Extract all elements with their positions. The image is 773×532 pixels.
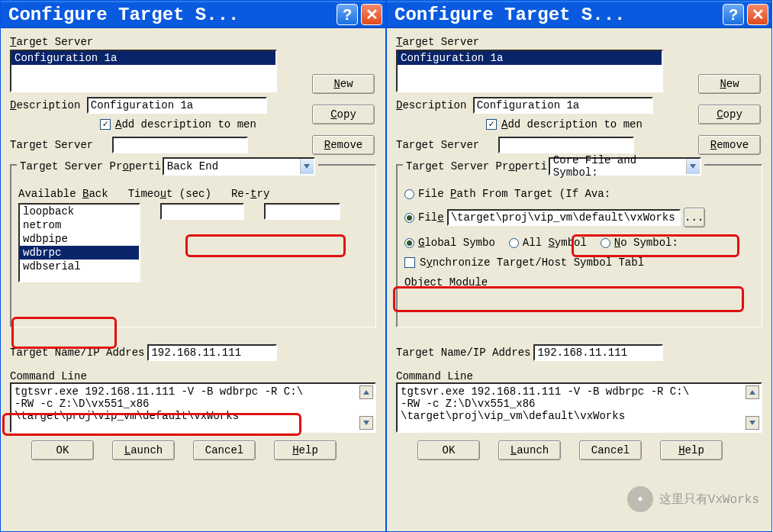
tsp-combo-value: Core File and Symbol: (553, 154, 686, 179)
window-title: Configure Target S... (395, 5, 720, 25)
browse-button[interactable]: ... (684, 208, 705, 227)
tsp-combo-value: Back End (167, 160, 218, 172)
file-from-target-label: File Path From Target (If Ava: (418, 188, 610, 200)
tsp-fieldset: Target Server Properti Core File and Sym… (396, 164, 762, 327)
ok-button[interactable]: OK (31, 440, 94, 460)
scroll-down-icon[interactable] (359, 416, 373, 430)
scroll-up-icon[interactable] (359, 385, 373, 399)
cancel-button[interactable]: Cancel (193, 440, 256, 460)
copy-button[interactable]: Copy (698, 105, 761, 124)
wechat-icon: ✦ (627, 486, 653, 512)
description-label: Description (10, 99, 87, 111)
add-desc-label: Add description to men (501, 118, 643, 131)
command-line-label: Command Line (396, 370, 762, 382)
retry-input[interactable] (264, 203, 340, 220)
tsp-combo[interactable]: Core File and Symbol: (549, 157, 701, 176)
watermark: ✦ 这里只有VxWorks (627, 486, 759, 512)
timeout-label: Timeout (sec) (128, 188, 211, 200)
config-listbox[interactable]: Configuration 1a (10, 50, 277, 92)
config-listbox[interactable]: Configuration 1a (396, 50, 663, 92)
new-button[interactable]: New (312, 74, 375, 94)
retry-label: Re-try (231, 188, 269, 200)
global-symbol-label: Global Symbo (418, 237, 495, 249)
no-symbol-label: No Symbol: (614, 237, 678, 249)
help-button[interactable]: Help (274, 440, 337, 460)
add-desc-label: Add description to men (115, 118, 256, 131)
radio-all-symbol[interactable] (509, 238, 519, 248)
object-module-label: Object Module (404, 276, 488, 289)
backend-item-wdbrpc[interactable]: wdbrpc (20, 246, 139, 260)
available-back-listbox[interactable]: loopback netrom wdbpipe wdbrpc wdbserial (18, 203, 140, 282)
backend-item-loopback[interactable]: loopback (20, 205, 139, 218)
description-input[interactable]: Configuration 1a (87, 97, 267, 114)
new-button[interactable]: New (698, 74, 761, 94)
available-back-label: Available Back (18, 188, 108, 200)
target-server-label: Target Server (396, 36, 762, 48)
description-input[interactable]: Configuration 1a (473, 97, 653, 114)
close-titlebar-button[interactable]: ✕ (747, 4, 768, 25)
launch-button[interactable]: Launch (112, 440, 175, 460)
command-line-label: Command Line (10, 370, 376, 382)
target-server-name-input[interactable] (112, 137, 248, 153)
watermark-text: 这里只有VxWorks (659, 492, 759, 508)
launch-button[interactable]: Launch (498, 440, 561, 460)
target-ip-label: Target Name/IP Addres (396, 347, 530, 359)
target-server-label: Target Server (10, 36, 376, 48)
sync-checkbox[interactable] (404, 257, 415, 268)
tsp-fieldset: Target Server Properti Back End Availabl… (10, 164, 376, 327)
command-line-text: tgtsvr.exe 192.168.11.111 -V -B wdbrpc -… (14, 385, 303, 422)
radio-no-symbol[interactable] (601, 238, 610, 248)
target-server-name-label: Target Server (396, 139, 498, 151)
cancel-button[interactable]: Cancel (579, 440, 642, 460)
backend-item-wdbpipe[interactable]: wdbpipe (20, 232, 139, 246)
remove-button[interactable]: Remove (698, 135, 761, 155)
copy-button[interactable]: Copy (312, 105, 375, 124)
backend-item-wdbserial[interactable]: wdbserial (20, 260, 139, 273)
target-server-name-input[interactable] (498, 137, 634, 153)
description-label: Description (396, 99, 473, 111)
close-titlebar-button[interactable]: ✕ (361, 4, 382, 25)
file-label: File (418, 211, 444, 224)
command-line-box[interactable]: tgtsvr.exe 192.168.11.111 -V -B wdbrpc -… (10, 382, 376, 433)
help-titlebar-button[interactable]: ? (337, 4, 358, 25)
sync-label: Synchronize Target/Host Symbol Tabl (420, 256, 644, 269)
ok-button[interactable]: OK (417, 440, 480, 460)
tsp-legend-label: Target Server Properti (20, 160, 161, 172)
dialog-right: Configure Target S... ? ✕ Target Server … (386, 0, 772, 532)
radio-file[interactable] (404, 213, 414, 223)
tsp-combo[interactable]: Back End (163, 157, 315, 176)
radio-file-from-target[interactable] (404, 189, 414, 199)
add-desc-checkbox[interactable]: ✓ (486, 119, 497, 130)
scroll-up-icon[interactable] (746, 385, 759, 399)
config-list-item[interactable]: Configuration 1a (11, 51, 275, 65)
remove-button[interactable]: Remove (312, 135, 375, 155)
command-line-text: tgtsvr.exe 192.168.11.111 -V -B wdbrpc -… (401, 385, 689, 422)
help-titlebar-button[interactable]: ? (723, 4, 744, 25)
backend-item-netrom[interactable]: netrom (20, 218, 139, 232)
add-desc-checkbox[interactable]: ✓ (100, 119, 111, 130)
chevron-down-icon[interactable] (300, 159, 314, 174)
target-ip-label: Target Name/IP Addres (10, 347, 144, 359)
chevron-down-icon[interactable] (686, 159, 700, 174)
config-list-item[interactable]: Configuration 1a (398, 51, 662, 65)
titlebar[interactable]: Configure Target S... ? ✕ (387, 1, 771, 28)
command-line-box[interactable]: tgtsvr.exe 192.168.11.111 -V -B wdbrpc -… (396, 382, 762, 433)
titlebar[interactable]: Configure Target S... ? ✕ (1, 1, 385, 28)
target-ip-input[interactable]: 192.168.11.111 (147, 344, 277, 361)
timeout-input[interactable] (160, 203, 244, 220)
radio-global-symbol[interactable] (404, 238, 414, 248)
help-button[interactable]: Help (660, 440, 723, 460)
all-symbol-label: All Symbol (523, 237, 587, 249)
tsp-legend-label: Target Server Properti (406, 160, 547, 172)
scroll-down-icon[interactable] (746, 416, 759, 430)
target-ip-input[interactable]: 192.168.11.111 (533, 344, 663, 361)
file-path-input[interactable]: \target\proj\vip_vm\default\vxWorks (447, 209, 681, 226)
target-server-name-label: Target Server (10, 139, 112, 151)
window-title: Configure Target S... (8, 5, 333, 25)
dialog-left: Configure Target S... ? ✕ Target Server … (0, 0, 386, 532)
